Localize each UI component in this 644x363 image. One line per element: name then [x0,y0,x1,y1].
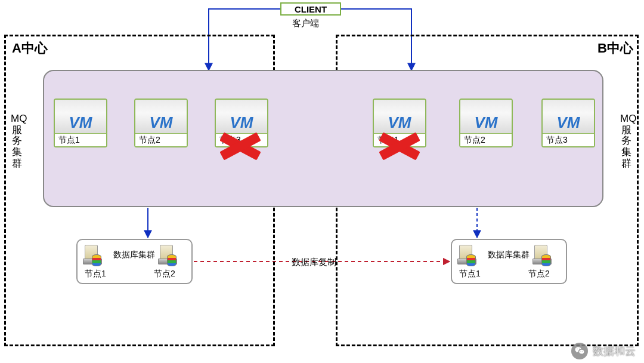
vm-icon: VM [543,100,594,133]
center-b-label: B中心 [597,39,633,57]
mq-right-label: MQ 服 务 集 群 [620,113,632,169]
vm-icon: VM [216,100,267,133]
client-sublabel: 客户端 [292,18,319,29]
db-node-label: 节点2 [154,269,175,279]
db-node-label: 节点2 [528,269,550,279]
vm-node-label: 节点2 [135,133,187,146]
database-server-icon [456,244,476,267]
vm-node-label: 节点3 [216,133,267,146]
database-server-icon [156,244,177,267]
vm-node-a3: VM 节点3 [215,99,268,147]
database-server-icon [531,244,551,267]
vm-icon: VM [460,100,512,133]
center-a-label: A中心 [12,39,48,57]
vm-node-label: 节点2 [460,133,512,146]
vm-node-label: 节点3 [543,133,594,146]
db-node-label: 节点1 [85,269,106,279]
wechat-icon [571,343,588,359]
db-cluster-title: 数据库集群 [113,250,155,260]
watermark: 数据和云 [571,343,636,359]
database-server-icon [81,244,101,267]
mq-cluster-box [43,70,603,207]
vm-node-label: 节点1 [55,133,106,146]
watermark-text: 数据和云 [593,344,636,358]
mq-left-label: MQ 服 务 集 群 [11,113,23,169]
vm-node-a2: VM 节点2 [134,99,188,147]
vm-icon: VM [374,100,425,133]
db-replication-label: 数据库复制 [292,257,336,268]
vm-node-b1: VM 节点1 [373,99,426,147]
vm-icon: VM [55,100,106,133]
db-node-label: 节点1 [459,269,481,279]
vm-node-a1: VM 节点1 [54,99,107,147]
vm-node-b2: VM 节点2 [459,99,513,147]
client-box: CLIENT [280,2,341,16]
vm-icon: VM [135,100,187,133]
client-label: CLIENT [295,4,327,14]
vm-node-label: 节点1 [374,133,425,146]
db-cluster-title: 数据库集群 [488,250,530,260]
vm-node-b3: VM 节点3 [541,99,595,147]
